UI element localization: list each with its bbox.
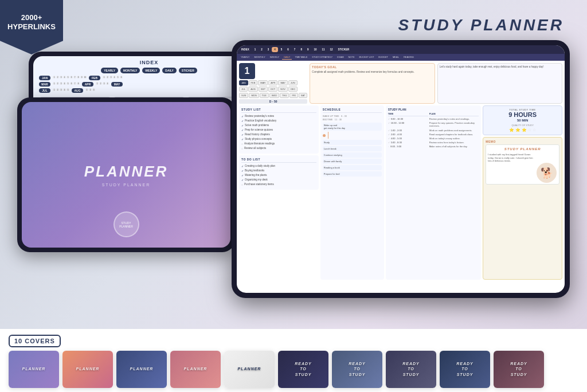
tab-1[interactable]: 1 <box>252 47 259 52</box>
month-aug: AUG <box>72 88 83 93</box>
subnav-yearly[interactable]: YEARLY <box>239 55 252 60</box>
study-item-8: ○Review all subjects <box>241 147 316 150</box>
dog-image: 🐕 <box>537 163 557 183</box>
subnav-weekly[interactable]: WEEKLY <box>268 55 281 60</box>
month-apr-btn[interactable]: APR <box>268 80 277 85</box>
cover-9-label: READYTOSTUDY <box>456 361 473 377</box>
tab-9[interactable]: 9 <box>305 47 311 52</box>
time-col-header: TIME <box>388 112 428 116</box>
todo-title: TO DO LIST <box>241 158 316 163</box>
planner-subtitle: STUDY PLANNER <box>102 183 151 187</box>
month-jul-btn[interactable]: JUL <box>239 87 248 92</box>
cover-10-label: READYTOSTUDY <box>510 361 527 377</box>
study-list-section: STUDY LIST ✓Review yesterday's notes ✓Pr… <box>239 105 319 154</box>
plan-row-6: ✓ 5:00 - 8:30 <box>388 141 428 144</box>
nav-yearly[interactable]: YEARLY <box>101 68 118 73</box>
month-feb: FEB <box>89 76 100 80</box>
todo-item-1: ✓Creating a daily study plan <box>241 164 316 168</box>
day-tue[interactable]: TUE <box>260 93 269 98</box>
nav-monthly[interactable]: MONTHLY <box>120 68 140 73</box>
cover-3[interactable]: PLANNER <box>116 351 167 388</box>
schedule-dot-1 <box>323 132 382 139</box>
study-plan-section: STUDY PLAN TIME PLAN ✓ 9:00 - 10:30 Revi… <box>386 105 482 280</box>
study-item-5: ✓Read history chapters <box>241 133 316 136</box>
subnav-exam[interactable]: EXAM <box>335 55 345 60</box>
tab-5[interactable]: 5 <box>279 47 285 52</box>
main-sub-nav: YEARLY MONTHLY WEEKLY DAILY TIMETABLE ST… <box>237 54 565 61</box>
cover-2[interactable]: PLANNER <box>62 351 113 388</box>
cover-10[interactable]: READYTOSTUDY <box>494 351 544 388</box>
month-jun-btn[interactable]: JUN <box>288 80 298 85</box>
subnav-bucket[interactable]: BUCKET LIST <box>358 55 376 60</box>
tablets-area: INDEX YEARLY MONTHLY WEEKLY DAILY STICKE… <box>17 40 570 315</box>
cover-9[interactable]: READYTOSTUDY <box>440 351 490 388</box>
cover-1[interactable]: PLANNER <box>9 351 59 388</box>
cover-8-label: READYTOSTUDY <box>402 361 420 377</box>
tab-7[interactable]: 7 <box>292 47 298 52</box>
page-title: STUDY PLANNER <box>398 16 564 34</box>
tab-sticker[interactable]: STICKER <box>335 47 351 52</box>
tab-12[interactable]: 12 <box>327 47 335 52</box>
tab-11[interactable]: 11 <box>319 47 327 52</box>
month-nov-btn[interactable]: NOV <box>278 87 288 92</box>
tab-10[interactable]: 10 <box>311 47 319 52</box>
day-fri[interactable]: FRI <box>289 93 298 98</box>
day-mon[interactable]: MON <box>249 93 259 98</box>
month-sep-btn[interactable]: SEP <box>259 87 268 92</box>
banner-text: 2000+ <box>21 13 42 22</box>
memo-text: Let's study hard again today, take enoug… <box>440 65 560 69</box>
month-feb-btn[interactable]: FEB <box>249 80 258 85</box>
subnav-meal[interactable]: MEAL <box>391 55 401 60</box>
schedule-item-6: Reading a book <box>323 165 382 170</box>
nav-weekly[interactable]: WEEKLY <box>142 68 160 73</box>
cover-6[interactable]: READYTOSTUDY <box>278 351 328 388</box>
subnav-note[interactable]: NOTE <box>346 55 356 60</box>
covers-strip: 10 COVERS PLANNER PLANNER PLANNER PLANNE… <box>0 329 587 392</box>
month-jan-btn[interactable]: JAN <box>239 80 248 85</box>
cover-8[interactable]: READYTOSTUDY <box>386 351 436 388</box>
total-hours: 9 HOURS <box>486 111 559 119</box>
month-row-jan: JAN 12345678910 FEB 123456 <box>39 76 259 80</box>
quality-label: QUALITY OF STUDY <box>486 124 559 127</box>
tab-8[interactable]: 8 <box>298 47 304 52</box>
subnav-monthly[interactable]: MONTHLY <box>253 55 267 60</box>
tab-4-active[interactable]: 4 <box>272 47 278 52</box>
day-sat[interactable]: SAT <box>299 93 307 98</box>
day-wed[interactable]: WED <box>269 93 279 98</box>
tab-index[interactable]: INDEX <box>239 47 252 52</box>
todays-goal-box: TODAY'S GOAL Complete all assigned math … <box>310 63 435 104</box>
month-aug-btn[interactable]: AUG <box>248 87 258 92</box>
study-item-6: ✓Study physics concepts <box>241 138 316 141</box>
subnav-reading[interactable]: READING <box>402 55 416 60</box>
cover-5[interactable]: PLANNER <box>224 351 275 388</box>
plan-col-header: PLAN <box>429 112 479 116</box>
index-nav: YEARLY MONTHLY WEEKLY DAILY STICKER <box>33 68 265 73</box>
nav-daily[interactable]: DAILY <box>162 68 177 73</box>
memo-content: I studied with my first-tagged friend Go… <box>488 153 536 163</box>
schedule-item-7: Prepare for bed <box>323 171 382 177</box>
month-oct-btn[interactable]: OCT <box>268 87 277 92</box>
month-mar-btn[interactable]: MAR <box>258 80 268 85</box>
schedule-item-5: Dinner with family <box>323 159 382 164</box>
goals-title: TODAY'S GOAL <box>312 65 432 69</box>
month-may-btn[interactable]: MAY <box>278 80 287 85</box>
todo-item-5: ○Purchase stationery items <box>241 183 316 186</box>
tab-3[interactable]: 3 <box>265 47 272 52</box>
subnav-study-strategy[interactable]: STUDY-STRATEGY <box>310 55 334 60</box>
feb-dots: 123456 <box>103 76 123 79</box>
tab-2[interactable]: 2 <box>259 47 265 52</box>
planner-main-text: PLANNER <box>84 163 169 181</box>
tab-6[interactable]: 6 <box>285 47 291 52</box>
month-dec-btn[interactable]: DEC <box>288 87 298 92</box>
subnav-budget[interactable]: BUDGET <box>377 55 390 60</box>
day-sun[interactable]: SUN <box>239 93 248 98</box>
subnav-timetable[interactable]: TIMETABLE <box>293 55 309 60</box>
schedule-item-2: Study <box>323 140 382 145</box>
schedule-section: SCHEDULE WAKE UP TIME 6 : 30 BEDTIME 11 … <box>320 105 384 280</box>
day-thu[interactable]: THU <box>280 93 289 98</box>
nav-sticker[interactable]: STICKER <box>179 68 197 73</box>
cover-4[interactable]: PLANNER <box>170 351 221 388</box>
cover-7[interactable]: READYTOSTUDY <box>332 351 382 388</box>
schedule-item-3: Lunch break <box>323 146 382 151</box>
subnav-daily[interactable]: DAILY <box>282 55 292 60</box>
